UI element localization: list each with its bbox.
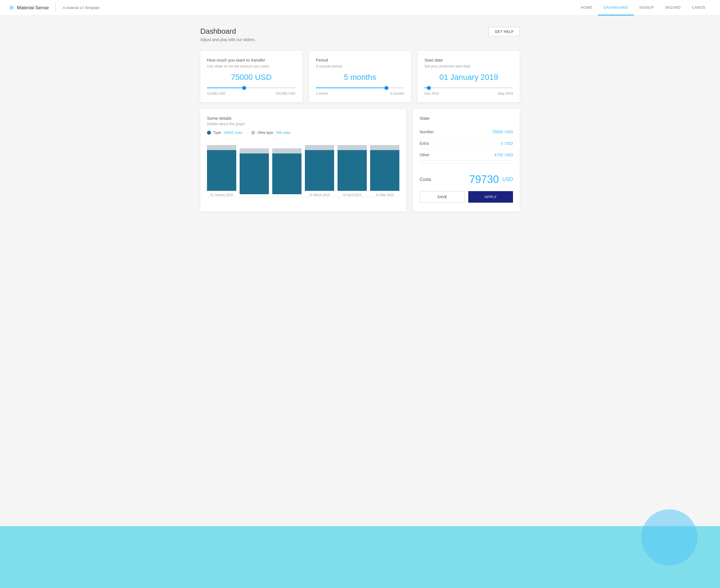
- bar-top-0: [207, 145, 236, 150]
- bottom-row: Some details Details about the graph Typ…: [200, 109, 520, 212]
- period-card-value: 5 months: [316, 73, 404, 82]
- state-actions: SAVE APPLY: [420, 191, 513, 203]
- save-button[interactable]: SAVE: [420, 191, 465, 203]
- bar-group-3: 01 March 2019: [305, 145, 334, 196]
- nav-link-cards[interactable]: CARDS: [686, 0, 711, 16]
- period-slider[interactable]: [316, 87, 404, 88]
- transfer-card-desc: Use slider to set the amount you need.: [207, 64, 296, 68]
- transfer-min-label: 15,000 USD: [207, 92, 225, 96]
- state-row-other: Other 4730 USD: [420, 149, 513, 161]
- legend-value-other-type: 788 units: [276, 130, 291, 134]
- start-date-slider-labels: Dec 2018 May 2019: [424, 92, 513, 96]
- costs-unit: USD: [502, 176, 513, 183]
- bar-main-4: [338, 150, 367, 191]
- bar-top-4: [338, 145, 367, 150]
- period-max-label: 6 months: [391, 92, 404, 96]
- legend-dot-other-type: [251, 131, 255, 134]
- bar-stack-4: [338, 145, 367, 191]
- state-vals-extra: 0 USD: [501, 141, 513, 146]
- app-title: Material Sense: [17, 5, 49, 11]
- legend-value-type: 19932 units: [223, 130, 242, 134]
- state-row-extra: Extra 0 USD: [420, 138, 513, 149]
- bar-top-5: [370, 145, 399, 150]
- start-date-card: Start date Set your preferred start date…: [418, 51, 520, 102]
- costs-label: Costs: [420, 177, 466, 182]
- bar-top-2: [272, 148, 301, 153]
- app-logo: ❄: [9, 4, 14, 12]
- chart-baseline: [207, 197, 399, 197]
- bar-stack-5: [370, 145, 399, 191]
- period-slider-thumb[interactable]: [384, 86, 388, 90]
- bar-stack-1: [240, 148, 269, 194]
- bar-chart-wrapper: 01 January 201901 March 201901 April 201…: [207, 140, 399, 205]
- costs-section: Costs 79730 USD: [420, 163, 513, 186]
- state-value-number: 75000: [492, 130, 503, 134]
- nav-link-dashboard[interactable]: DASHBOARD: [598, 0, 634, 16]
- start-date-card-value: 01 January 2019: [424, 73, 513, 82]
- state-value-extra: 0: [501, 141, 503, 146]
- top-cards-row: How much you want to transfer Use slider…: [200, 51, 520, 102]
- state-key-other: Other: [420, 153, 429, 157]
- chart-subtitle: Details about the graph: [207, 122, 399, 126]
- start-date-card-label: Start date: [424, 58, 513, 62]
- bg-decoration: [0, 526, 720, 588]
- bar-group-2: [272, 148, 301, 196]
- nav-link-wizard[interactable]: WIZARD: [660, 0, 686, 16]
- state-value-other: 4730: [494, 153, 503, 157]
- transfer-slider-labels: 15,000 USD 150,000 USD: [207, 92, 296, 96]
- transfer-card: How much you want to transfer Use slider…: [200, 51, 302, 102]
- bar-group-5: 01 May 2019: [370, 145, 399, 196]
- costs-value: 79730: [469, 173, 499, 186]
- start-date-slider[interactable]: [424, 87, 513, 88]
- bar-chart: 01 January 201901 March 201901 April 201…: [207, 140, 399, 196]
- nav-link-signup[interactable]: SIGNUP: [634, 0, 660, 16]
- state-card-title: State: [420, 116, 513, 121]
- period-card: Period A sample period 5 months 1 month …: [309, 51, 411, 102]
- nav-link-home[interactable]: HOME: [575, 0, 598, 16]
- chart-legend: Type 19932 units Othe type 788 units: [207, 130, 399, 134]
- state-key-number: Number: [420, 130, 434, 134]
- bar-main-3: [305, 150, 334, 191]
- brand: ❄ Material Sense: [9, 4, 49, 12]
- bar-main-2: [272, 153, 301, 194]
- start-date-max-label: May 2019: [498, 92, 513, 96]
- bar-group-1: [240, 148, 269, 196]
- state-key-extra: Extra: [420, 141, 429, 146]
- transfer-slider[interactable]: [207, 87, 296, 88]
- state-vals-other: 4730 USD: [494, 153, 513, 157]
- period-slider-track: [316, 87, 404, 88]
- start-date-min-label: Dec 2018: [424, 92, 439, 96]
- start-date-card-desc: Set your preferred start date.: [424, 64, 513, 68]
- period-card-desc: A sample period: [316, 64, 404, 68]
- legend-dot-type: [207, 131, 211, 134]
- legend-label-type: Type: [213, 130, 221, 134]
- app-subtitle: A material UI Template: [62, 6, 99, 10]
- apply-button[interactable]: APPLY: [468, 191, 513, 203]
- bg-circle: [641, 509, 698, 566]
- transfer-slider-fill: [207, 87, 244, 88]
- state-card: State Number 75000 USD Extra 0 USD Other…: [413, 109, 520, 212]
- bar-label-0: 01 January 2019: [210, 193, 233, 196]
- transfer-slider-track: [207, 87, 296, 88]
- start-date-slider-thumb[interactable]: [427, 86, 431, 90]
- legend-label-other-type: Othe type: [257, 130, 273, 134]
- bar-main-1: [240, 153, 269, 194]
- get-help-button[interactable]: GET HELP: [489, 27, 520, 36]
- bar-group-4: 01 April 2019: [338, 145, 367, 196]
- bar-label-4: 01 April 2019: [343, 193, 361, 196]
- period-slider-fill: [316, 87, 387, 88]
- page-title: Dashboard: [200, 27, 256, 36]
- legend-item-other-type: Othe type 788 units: [251, 130, 290, 134]
- transfer-card-value: 75000 USD: [207, 73, 296, 82]
- state-vals-number: 75000 USD: [492, 130, 513, 134]
- chart-title: Some details: [207, 116, 399, 121]
- state-unit-number: USD: [504, 130, 513, 134]
- transfer-slider-thumb[interactable]: [242, 86, 246, 90]
- page-header: Dashboard Adjust and play with our slide…: [200, 27, 520, 42]
- nav-divider: [55, 4, 56, 12]
- start-date-slider-track: [424, 87, 513, 88]
- state-unit-extra: USD: [504, 141, 513, 146]
- navbar: ❄ Material Sense A material UI Template …: [0, 0, 720, 16]
- bar-label-5: 01 May 2019: [376, 193, 394, 196]
- state-unit-other: USD: [504, 153, 513, 157]
